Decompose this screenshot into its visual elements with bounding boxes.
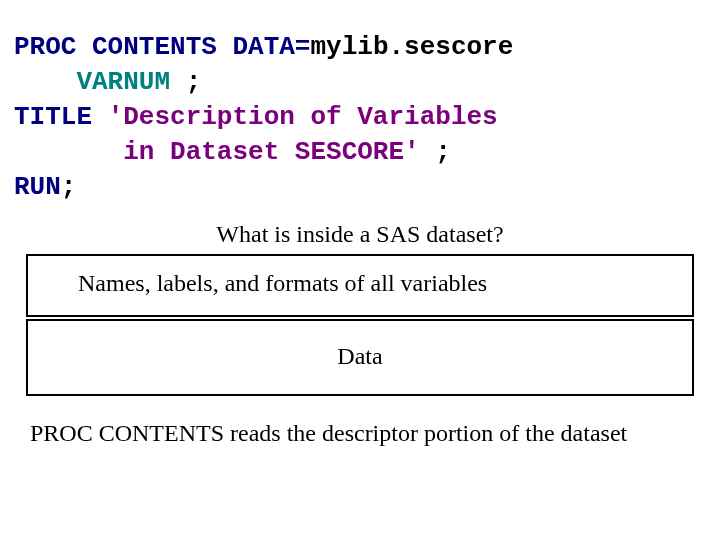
answer-boxes: Names, labels, and formats of all variab… [0, 254, 720, 396]
footer-text: PROC CONTENTS reads the descriptor porti… [0, 398, 720, 447]
code-token: ; [435, 137, 451, 167]
code-token: in Dataset SESCORE' [14, 137, 435, 167]
code-token: TITLE [14, 102, 108, 132]
code-token: ; [186, 67, 202, 97]
sas-code-block: PROC CONTENTS DATA=mylib.sescore VARNUM … [0, 0, 720, 213]
code-token: = [295, 32, 311, 62]
code-token: mylib.sescore [310, 32, 513, 62]
code-token: 'Description of Variables [108, 102, 498, 132]
data-box: Data [26, 319, 694, 396]
code-token: VARNUM [14, 67, 186, 97]
code-token: ; [61, 172, 77, 202]
question-text: What is inside a SAS dataset? [0, 221, 720, 248]
code-token: PROC CONTENTS DATA [14, 32, 295, 62]
code-token: RUN [14, 172, 61, 202]
descriptor-box: Names, labels, and formats of all variab… [26, 254, 694, 317]
